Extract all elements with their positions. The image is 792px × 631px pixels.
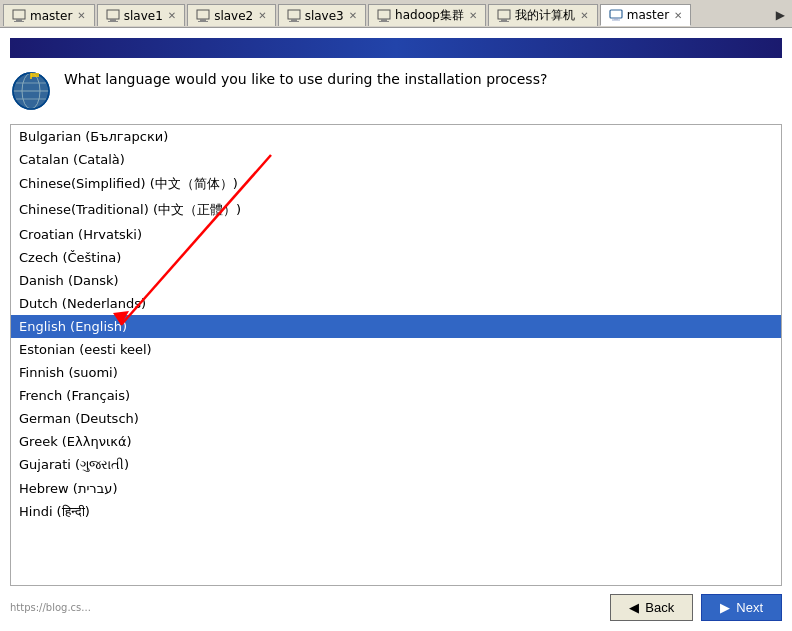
back-label: Back [645,600,674,615]
svg-rect-3 [107,10,119,19]
language-item-bulgarian[interactable]: Bulgarian (Български) [11,125,781,148]
svg-rect-18 [610,10,622,18]
language-item-german[interactable]: German (Deutsch) [11,407,781,430]
globe-icon [10,70,52,112]
tab-slave1[interactable]: slave1 ✕ [97,4,185,26]
svg-rect-2 [14,21,24,22]
svg-rect-4 [110,19,116,21]
header-section: What language would you like to use duri… [10,70,782,112]
tab-close-hadoop[interactable]: ✕ [469,10,477,21]
language-list[interactable]: Bulgarian (Български)Catalan (Català)Chi… [11,125,781,585]
language-list-container: Bulgarian (Български)Catalan (Català)Chi… [10,124,782,586]
tab-label-mycomputer: 我的计算机 [515,7,575,24]
tab-icon-hadoop [377,9,391,23]
language-item-czech[interactable]: Czech (Čeština) [11,246,781,269]
svg-rect-5 [108,21,118,22]
progress-bar [10,38,782,58]
tab-icon-mycomputer [497,9,511,23]
back-button[interactable]: ◀ Back [610,594,693,621]
url-hint: https://blog.cs... [10,602,602,613]
tab-icon-slave3 [287,9,301,23]
tab-label-master-2: master [627,8,669,22]
tab-label-slave2: slave2 [214,9,253,23]
svg-rect-16 [501,19,507,21]
tab-label-hadoop: hadoop集群 [395,7,464,24]
svg-rect-6 [197,10,209,19]
language-item-catalan[interactable]: Catalan (Català) [11,148,781,171]
language-item-croatian[interactable]: Croatian (Hrvatski) [11,223,781,246]
svg-rect-17 [499,21,509,22]
tab-close-mycomputer[interactable]: ✕ [580,10,588,21]
tab-bar: master ✕ slave1 ✕ slave2 ✕ [0,0,792,28]
header-text: What language would you like to use duri… [64,70,547,90]
tab-close-slave3[interactable]: ✕ [349,10,357,21]
language-item-hebrew[interactable]: Hebrew (עברית) [11,477,781,500]
svg-rect-0 [13,10,25,19]
next-label: Next [736,600,763,615]
language-item-gujarati[interactable]: Gujarati (ગુજરાતી) [11,453,781,477]
language-item-chinese-traditional[interactable]: Chinese(Traditional) (中文（正體）) [11,197,781,223]
language-item-finnish[interactable]: Finnish (suomi) [11,361,781,384]
back-icon: ◀ [629,600,639,615]
svg-rect-28 [31,73,39,77]
main-content: What language would you like to use duri… [0,28,792,631]
tab-icon-master-2 [609,8,623,22]
svg-rect-13 [381,19,387,21]
header-title: What language would you like to use duri… [64,71,547,87]
language-item-chinese-simplified[interactable]: Chinese(Simplified) (中文（简体）) [11,171,781,197]
svg-rect-15 [498,10,510,19]
tab-icon-slave2 [196,9,210,23]
tab-icon-slave1 [106,9,120,23]
tab-close-master-2[interactable]: ✕ [674,10,682,21]
tab-scroll-arrow[interactable]: ▶ [772,6,789,24]
svg-rect-9 [288,10,300,19]
language-item-greek[interactable]: Greek (Ελληνικά) [11,430,781,453]
tab-label-master-1: master [30,9,72,23]
language-item-estonian[interactable]: Estonian (eesti keel) [11,338,781,361]
tab-mycomputer[interactable]: 我的计算机 ✕ [488,4,597,26]
svg-rect-12 [378,10,390,19]
tab-master-2[interactable]: master ✕ [600,4,692,26]
language-item-dutch[interactable]: Dutch (Nederlands) [11,292,781,315]
bottom-bar: https://blog.cs... ◀ Back ▶ Next [10,586,782,621]
tab-close-master-1[interactable]: ✕ [77,10,85,21]
next-button[interactable]: ▶ Next [701,594,782,621]
tab-icon-master-1 [12,9,26,23]
tab-hadoop[interactable]: hadoop集群 ✕ [368,4,486,26]
tab-slave3[interactable]: slave3 ✕ [278,4,366,26]
language-item-english[interactable]: English (English) [11,315,781,338]
svg-rect-8 [198,21,208,22]
tab-close-slave2[interactable]: ✕ [258,10,266,21]
svg-rect-1 [16,19,22,21]
svg-rect-7 [200,19,206,21]
tab-master-1[interactable]: master ✕ [3,4,95,26]
next-icon: ▶ [720,600,730,615]
language-item-hindi[interactable]: Hindi (हिन्दी) [11,500,781,524]
svg-rect-10 [291,19,297,21]
tab-close-slave1[interactable]: ✕ [168,10,176,21]
svg-rect-11 [289,21,299,22]
svg-rect-14 [379,21,389,22]
svg-rect-19 [614,18,618,20]
tab-slave2[interactable]: slave2 ✕ [187,4,275,26]
language-item-danish[interactable]: Danish (Dansk) [11,269,781,292]
language-item-french[interactable]: French (Français) [11,384,781,407]
tab-label-slave1: slave1 [124,9,163,23]
svg-rect-20 [612,20,620,21]
tab-label-slave3: slave3 [305,9,344,23]
